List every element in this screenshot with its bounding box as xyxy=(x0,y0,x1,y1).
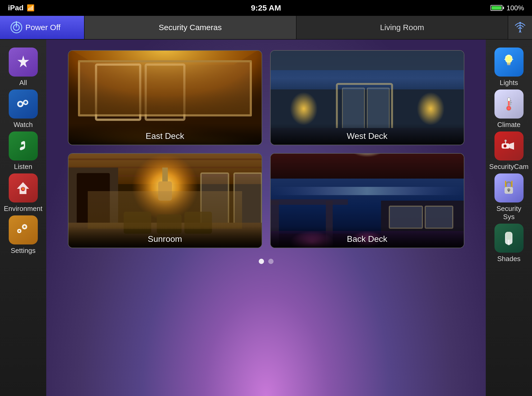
right-sidebar: Lights Climate xyxy=(486,40,532,396)
sidebar-item-label-lights: Lights xyxy=(500,79,518,87)
svg-text:A: A xyxy=(519,29,521,33)
settings-icon xyxy=(9,215,38,244)
camera-name-sunroom: Sunroom xyxy=(148,234,182,244)
sidebar-item-securitysys[interactable]: Security Sys xyxy=(491,173,528,221)
battery-percent: 100% xyxy=(507,4,524,12)
device-label: iPad xyxy=(8,4,24,12)
sidebar-item-label-climate: Climate xyxy=(497,121,520,129)
sidebar-item-label-all: All xyxy=(19,79,27,87)
svg-point-39 xyxy=(505,140,507,142)
svg-rect-42 xyxy=(508,190,509,192)
status-bar: iPad 📶 9:25 AM 100% xyxy=(0,0,532,16)
camera-overlay-sunroom: Sunroom xyxy=(68,227,262,248)
nav-wifi-icon: A xyxy=(514,21,526,35)
page-indicator xyxy=(259,259,274,264)
sidebar-item-settings[interactable]: Settings xyxy=(5,215,42,255)
sidebar-item-label-listen: Listen xyxy=(14,163,32,171)
sidebar-item-label-settings: Settings xyxy=(11,247,36,255)
svg-point-61 xyxy=(417,92,444,125)
sidebar-item-label-securitysys: Security Sys xyxy=(491,205,528,221)
left-sidebar: All Watch Listen xyxy=(0,40,46,396)
page-dot-2[interactable] xyxy=(268,259,274,264)
lights-icon xyxy=(494,48,524,77)
svg-rect-53 xyxy=(146,65,184,120)
svg-rect-77 xyxy=(234,173,261,228)
svg-point-13 xyxy=(22,188,24,190)
all-icon xyxy=(9,48,38,77)
svg-point-17 xyxy=(24,226,26,228)
shades-icon xyxy=(494,224,524,253)
svg-point-60 xyxy=(290,92,317,125)
svg-rect-89 xyxy=(425,206,452,228)
sidebar-item-listen[interactable]: Listen xyxy=(5,131,42,171)
power-label: Power Off xyxy=(25,23,61,32)
sidebar-item-watch[interactable]: Watch xyxy=(5,89,42,129)
nav-wifi-button[interactable]: A xyxy=(508,16,532,39)
status-right: 100% xyxy=(491,4,524,12)
camera-overlay-west-deck: West Deck xyxy=(271,124,464,145)
sidebar-item-shades[interactable]: Shades xyxy=(491,224,528,263)
battery-fill xyxy=(492,6,501,10)
svg-rect-59 xyxy=(271,51,464,70)
power-icon xyxy=(11,22,22,33)
svg-rect-73 xyxy=(158,181,172,201)
tab-living-room[interactable]: Living Room xyxy=(297,16,508,39)
camera-name-back-deck: Back Deck xyxy=(347,234,387,244)
tab-security-cameras[interactable]: Security Cameras xyxy=(85,16,297,39)
svg-rect-20 xyxy=(507,64,510,65)
sidebar-item-lights[interactable]: Lights xyxy=(491,48,528,87)
environment-icon xyxy=(9,173,38,202)
sidebar-item-label-environment: Environment xyxy=(4,205,43,213)
sidebar-item-climate[interactable]: Climate xyxy=(491,89,528,129)
securitysys-icon xyxy=(494,173,524,202)
wifi-icon: 📶 xyxy=(27,4,35,12)
battery-body xyxy=(491,5,502,11)
svg-point-7 xyxy=(19,102,22,106)
climate-icon xyxy=(494,89,524,119)
sidebar-item-label-watch: Watch xyxy=(13,121,33,129)
status-time: 9:25 AM xyxy=(251,3,281,12)
securitycam-icon xyxy=(494,131,524,161)
svg-point-30 xyxy=(507,107,510,110)
svg-marker-5 xyxy=(17,55,29,67)
main-content: East Deck xyxy=(46,40,486,396)
svg-rect-92 xyxy=(271,199,348,205)
camera-name-west-deck: West Deck xyxy=(347,131,387,141)
camera-card-west-deck[interactable]: West Deck xyxy=(270,50,464,145)
camera-overlay-back-deck: Back Deck xyxy=(271,227,464,248)
page-dot-1[interactable] xyxy=(259,259,264,264)
svg-rect-64 xyxy=(367,88,389,129)
sidebar-item-label-securitycam: SecurityCam xyxy=(489,163,529,171)
camera-card-sunroom[interactable]: Sunroom xyxy=(68,153,262,248)
svg-rect-76 xyxy=(201,173,228,228)
power-off-button[interactable]: Power Off xyxy=(0,16,85,39)
sidebar-item-all[interactable]: All xyxy=(5,48,42,87)
camera-card-east-deck[interactable]: East Deck xyxy=(68,50,262,145)
status-left: iPad 📶 xyxy=(8,4,35,12)
svg-point-26 xyxy=(506,56,511,62)
sidebar-item-label-shades: Shades xyxy=(497,255,520,263)
svg-point-9 xyxy=(24,101,27,104)
battery-tip xyxy=(503,7,504,9)
watch-icon xyxy=(9,89,38,119)
listen-icon xyxy=(9,131,38,161)
svg-marker-35 xyxy=(510,142,514,150)
camera-name-east-deck: East Deck xyxy=(146,131,184,141)
battery-icon xyxy=(491,5,504,11)
camera-grid: East Deck xyxy=(68,50,464,248)
camera-card-back-deck[interactable]: Back Deck xyxy=(270,153,464,248)
svg-point-15 xyxy=(18,230,20,232)
svg-rect-46 xyxy=(506,232,511,240)
sidebar-item-environment[interactable]: Environment xyxy=(5,173,42,213)
svg-rect-52 xyxy=(96,65,140,120)
svg-point-37 xyxy=(504,145,506,147)
nav-bar: Power Off Security Cameras Living Room A xyxy=(0,16,532,40)
sidebar-item-securitycam[interactable]: SecurityCam xyxy=(491,131,528,171)
camera-overlay-east-deck: East Deck xyxy=(68,124,262,145)
svg-rect-75 xyxy=(77,173,110,228)
svg-rect-63 xyxy=(342,88,364,129)
svg-rect-19 xyxy=(507,63,511,64)
svg-point-48 xyxy=(507,244,510,245)
svg-rect-88 xyxy=(389,206,422,228)
svg-rect-86 xyxy=(271,187,464,195)
